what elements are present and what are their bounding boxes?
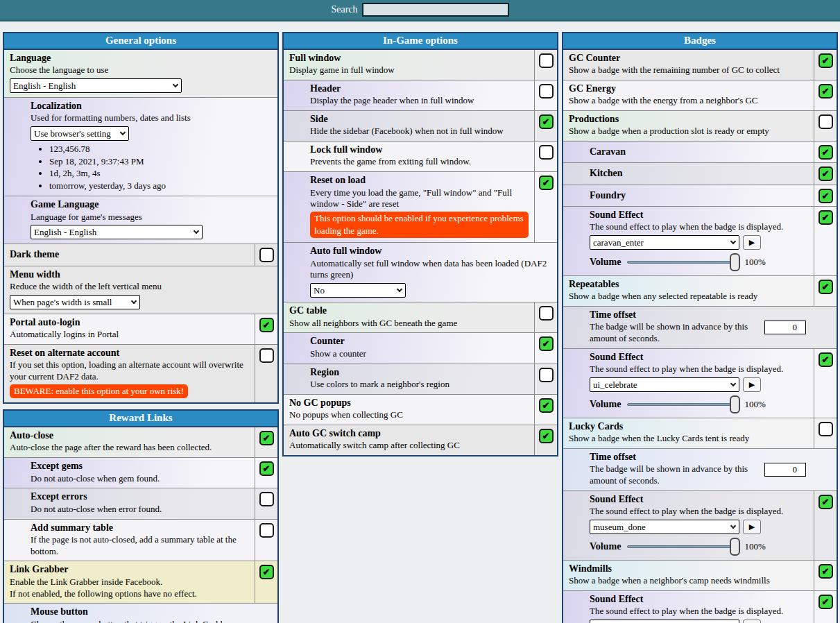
play-sound-button[interactable]: ▶ (743, 620, 761, 623)
option-row-sound-effect: Sound EffectThe sound effect to play whe… (563, 206, 837, 275)
option-content: Auto-closeAuto-close the page after the … (4, 427, 255, 457)
checkmark-icon: ✔ (542, 117, 550, 126)
option-content: Full windowDisplay game in full window (284, 50, 534, 80)
option-checkbox[interactable] (818, 114, 833, 129)
option-checkbox[interactable] (259, 492, 274, 506)
option-select[interactable]: caravan_enter (590, 235, 739, 250)
option-description: Do not auto-close when error found. (31, 504, 249, 515)
option-checkbox[interactable]: ✔ (259, 318, 274, 332)
option-row-game-language: Game LanguageLanguage for game's message… (4, 196, 277, 244)
option-checkbox[interactable] (259, 523, 274, 538)
checkmark-icon: ✔ (542, 178, 550, 187)
example-list-item: 123,456.78 (49, 143, 272, 155)
select-wrap: caravan_enter (590, 235, 739, 250)
option-title: Sound Effect (590, 351, 808, 364)
option-checkbox[interactable]: ✔ (818, 352, 833, 367)
option-row-localization: LocalizationUsed for formatting numbers,… (4, 97, 277, 196)
option-select[interactable]: No (310, 283, 406, 298)
option-select[interactable]: English - English (10, 78, 182, 93)
option-checkbox[interactable]: ✔ (539, 398, 554, 413)
option-select[interactable]: ui_celebrate (590, 377, 739, 392)
option-title: Dark theme (10, 248, 249, 261)
checkbox-cell: ✔ (534, 425, 557, 455)
volume-slider[interactable] (627, 403, 738, 406)
option-select[interactable]: When page's width is small (10, 295, 140, 309)
option-row-add-summary-table: Add summary tableIf the page is not auto… (4, 519, 277, 561)
option-row-region: RegionUse colors to mark a neighbor's re… (284, 364, 557, 394)
volume-control: Volume100% (590, 399, 808, 410)
checkbox-cell: ✔ (255, 458, 277, 488)
volume-slider-thumb[interactable] (730, 253, 740, 271)
option-checkbox[interactable] (539, 145, 554, 160)
option-checkbox[interactable]: ✔ (539, 336, 554, 351)
volume-label: Volume (590, 541, 621, 552)
table-badges: BadgesGC CounterShow a badge with the re… (562, 32, 838, 623)
option-checkbox[interactable] (539, 306, 554, 321)
option-checkbox[interactable]: ✔ (818, 210, 833, 225)
play-sound-button[interactable]: ▶ (743, 235, 761, 250)
volume-value: 100% (744, 399, 765, 410)
play-icon: ▶ (749, 380, 755, 389)
option-checkbox[interactable]: ✔ (539, 114, 554, 129)
option-checkbox[interactable] (539, 84, 554, 99)
option-row-except-gems: Except gemsDo not auto-close when gem fo… (4, 457, 277, 488)
option-checkbox[interactable]: ✔ (539, 176, 554, 190)
play-icon: ▶ (749, 238, 755, 247)
option-checkbox[interactable]: ✔ (259, 461, 274, 476)
search-label: Search (331, 4, 357, 15)
checkbox-cell (534, 80, 557, 110)
option-select[interactable]: museum_done (590, 520, 739, 534)
checkmark-icon: ✔ (542, 432, 550, 441)
volume-label: Volume (590, 257, 621, 268)
option-checkbox[interactable] (259, 248, 274, 262)
warning-banner: BEWARE: enable this option at your own r… (10, 384, 188, 399)
option-select[interactable]: Use browser's setting (31, 126, 129, 141)
checkbox-cell: ✔ (814, 163, 837, 184)
option-checkbox[interactable]: ✔ (259, 565, 274, 579)
option-checkbox[interactable]: ✔ (539, 429, 554, 443)
option-checkbox[interactable] (818, 422, 833, 436)
option-description: The badge will be shown in advance by th… (590, 463, 760, 487)
option-checkbox[interactable]: ✔ (259, 431, 274, 445)
time-offset-input[interactable] (764, 463, 806, 477)
volume-control: Volume100% (590, 257, 808, 268)
checkbox-cell: ✔ (814, 591, 837, 623)
option-checkbox[interactable]: ✔ (818, 595, 833, 609)
option-checkbox[interactable]: ✔ (818, 145, 833, 160)
volume-slider-thumb[interactable] (730, 395, 740, 413)
column-1: General optionsLanguageChoose the langua… (3, 32, 279, 623)
option-checkbox[interactable]: ✔ (818, 564, 833, 579)
option-checkbox[interactable] (259, 348, 274, 363)
search-input[interactable] (362, 3, 509, 17)
volume-slider[interactable] (627, 261, 738, 264)
option-checkbox[interactable] (539, 368, 554, 382)
checkbox-cell (534, 50, 557, 80)
volume-slider-thumb[interactable] (730, 538, 740, 556)
option-title: Except gems (31, 460, 249, 472)
option-content: GC tableShow all neighbors with GC benea… (284, 302, 534, 332)
option-title: Localization (31, 100, 272, 112)
option-description: Auto-close the page after the reward has… (10, 442, 249, 454)
volume-slider[interactable] (627, 545, 738, 548)
play-sound-button[interactable]: ▶ (743, 520, 761, 534)
option-checkbox[interactable]: ✔ (818, 167, 833, 181)
option-checkbox[interactable]: ✔ (818, 84, 833, 99)
option-checkbox[interactable]: ✔ (818, 495, 833, 509)
time-offset-input[interactable] (764, 321, 806, 334)
option-checkbox[interactable]: ✔ (818, 53, 833, 68)
table-in-game-options: In-Game optionsFull windowDisplay game i… (282, 32, 558, 456)
option-checkbox[interactable]: ✔ (818, 189, 833, 203)
option-checkbox[interactable]: ✔ (818, 280, 833, 294)
option-description: Show a badge with the energy from a neig… (569, 95, 808, 107)
checkbox-cell (534, 142, 557, 171)
option-select[interactable]: English - English (31, 225, 203, 239)
option-select[interactable]: enter_location (590, 620, 739, 623)
option-title: GC Counter (569, 52, 808, 65)
option-row-windmills: WindmillsShow a badge when a neighbor's … (563, 560, 837, 590)
table-header-reward-links: Reward Links (4, 411, 277, 427)
example-list-item: 1d, 2h, 3m, 4s (49, 167, 272, 180)
option-checkbox[interactable] (539, 53, 554, 68)
option-row-productions: ProductionsShow a badge when a productio… (563, 110, 837, 141)
play-sound-button[interactable]: ▶ (743, 377, 761, 392)
option-description: Do not auto-close when gem found. (31, 473, 249, 485)
